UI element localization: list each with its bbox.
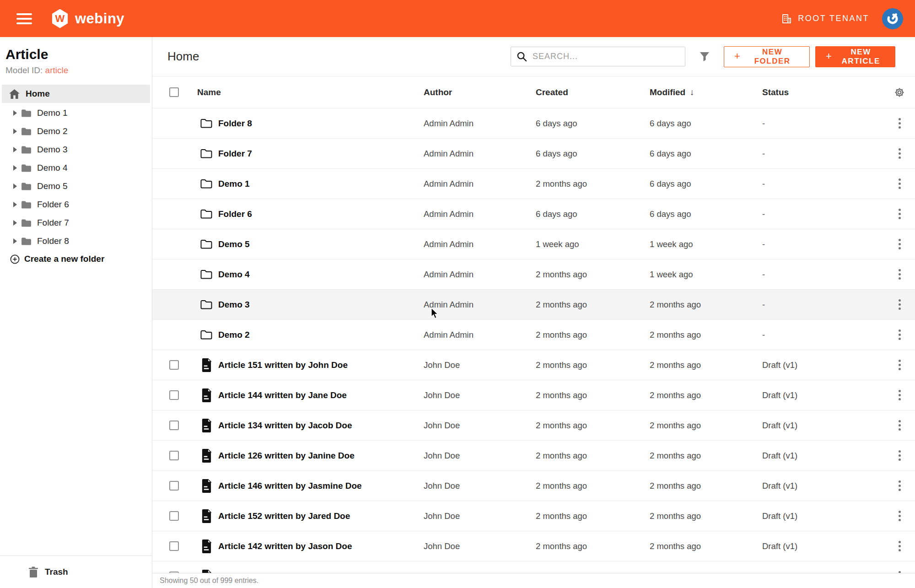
- entry-author: Admin Admin: [424, 330, 536, 340]
- filter-button[interactable]: [699, 51, 710, 62]
- sidebar-tree-item-folder-8[interactable]: Folder 8: [0, 232, 152, 250]
- table-row-folder-6[interactable]: Folder 6 Admin Admin 6 days ago 6 days a…: [152, 199, 915, 229]
- sidebar-tree-item-demo-5[interactable]: Demo 5: [0, 177, 152, 195]
- table-row-article-151-written-by-john-doe[interactable]: Article 151 written by John Doe John Doe…: [152, 350, 915, 380]
- row-menu-kebab-icon[interactable]: [896, 327, 904, 343]
- row-menu-kebab-icon[interactable]: [896, 387, 904, 403]
- new-folder-label: NEW FOLDER: [745, 48, 799, 66]
- table-row-article-146-written-by-jasmine-doe[interactable]: Article 146 written by Jasmine Doe John …: [152, 471, 915, 501]
- sidebar-tree-item-demo-4[interactable]: Demo 4: [0, 159, 152, 177]
- entry-name[interactable]: Article 144 written by Jane Doe: [218, 390, 347, 400]
- entry-name[interactable]: Article 152 written by Jared Doe: [218, 511, 350, 521]
- entry-name[interactable]: Demo 4: [218, 270, 250, 280]
- table-row-folder-8[interactable]: Folder 8 Admin Admin 6 days ago 6 days a…: [152, 108, 915, 139]
- entry-name[interactable]: Demo 1: [218, 179, 250, 189]
- row-menu-kebab-icon[interactable]: [896, 417, 904, 433]
- table-row-article-126-written-by-janine-doe[interactable]: Article 126 written by Janine Doe John D…: [152, 441, 915, 471]
- table-row-demo-5[interactable]: Demo 5 Admin Admin 1 week ago 1 week ago…: [152, 229, 915, 259]
- row-menu-kebab-icon[interactable]: [896, 146, 904, 162]
- folder-outline-icon: [200, 149, 212, 158]
- new-article-button[interactable]: + NEW ARTICLE: [815, 46, 895, 67]
- row-menu-kebab-icon[interactable]: [896, 206, 904, 222]
- table-row-folder-7[interactable]: Folder 7 Admin Admin 6 days ago 6 days a…: [152, 139, 915, 169]
- main-content: Home + NEW FOLDER +: [152, 37, 915, 588]
- chevron-right-icon[interactable]: [13, 238, 17, 244]
- row-checkbox[interactable]: [169, 360, 179, 370]
- column-header-created[interactable]: Created: [536, 87, 650, 97]
- entry-author: Admin Admin: [424, 209, 536, 219]
- chevron-right-icon[interactable]: [13, 183, 17, 189]
- row-menu-kebab-icon[interactable]: [896, 266, 904, 282]
- row-menu-kebab-icon[interactable]: [896, 176, 904, 192]
- entry-name[interactable]: Demo 3: [218, 300, 250, 310]
- sidebar-tree-item-demo-3[interactable]: Demo 3: [0, 140, 152, 159]
- column-header-modified[interactable]: Modified ↓: [650, 87, 762, 97]
- row-menu-kebab-icon[interactable]: [896, 568, 904, 573]
- row-menu-kebab-icon[interactable]: [896, 448, 904, 464]
- sort-desc-icon: ↓: [690, 87, 694, 97]
- row-checkbox[interactable]: [169, 511, 179, 521]
- sidebar-tree-item-demo-1[interactable]: Demo 1: [0, 104, 152, 122]
- search-input[interactable]: [533, 52, 679, 61]
- entry-name[interactable]: Demo 2: [218, 330, 250, 340]
- model-id-value[interactable]: article: [45, 65, 69, 75]
- table-row-article-134-written-by-jacob-doe[interactable]: Article 134 written by Jacob Doe John Do…: [152, 410, 915, 441]
- row-checkbox[interactable]: [169, 481, 179, 491]
- sidebar-tree-item-folder-7[interactable]: Folder 7: [0, 214, 152, 232]
- tenant-selector[interactable]: ROOT TENANT: [781, 13, 869, 24]
- chevron-right-icon[interactable]: [13, 165, 17, 171]
- trash-button[interactable]: Trash: [0, 556, 152, 588]
- row-menu-kebab-icon[interactable]: [896, 115, 904, 131]
- column-header-status[interactable]: Status: [762, 87, 884, 97]
- row-menu-kebab-icon[interactable]: [896, 508, 904, 524]
- chevron-right-icon[interactable]: [13, 220, 17, 226]
- entry-name[interactable]: Article 151 written by John Doe: [218, 360, 348, 370]
- table-row-demo-2[interactable]: Demo 2 Admin Admin 2 months ago 2 months…: [152, 320, 915, 350]
- entry-name[interactable]: Article 142 written by Jason Doe: [218, 541, 352, 551]
- entry-name[interactable]: Demo 5: [218, 239, 250, 249]
- sidebar-item-home[interactable]: Home: [2, 85, 150, 103]
- table-row-article-152-written-by-jared-doe[interactable]: Article 152 written by Jared Doe John Do…: [152, 501, 915, 531]
- column-header-author[interactable]: Author: [424, 87, 536, 97]
- sidebar-tree-item-folder-6[interactable]: Folder 6: [0, 195, 152, 214]
- hamburger-menu-icon[interactable]: [16, 13, 32, 24]
- chevron-right-icon[interactable]: [13, 202, 17, 207]
- entry-name[interactable]: Article 146 written by Jasmine Doe: [218, 481, 362, 491]
- entry-name[interactable]: Folder 6: [218, 209, 252, 219]
- chevron-right-icon[interactable]: [13, 147, 17, 152]
- row-menu-kebab-icon[interactable]: [896, 478, 904, 494]
- entry-created: 2 months ago: [536, 390, 650, 400]
- row-checkbox[interactable]: [169, 451, 179, 460]
- row-menu-kebab-icon[interactable]: [896, 357, 904, 373]
- entry-name[interactable]: Folder 8: [218, 119, 252, 129]
- row-checkbox[interactable]: [169, 541, 179, 551]
- entry-name[interactable]: Article 126 written by Janine Doe: [218, 451, 355, 461]
- select-all-checkbox[interactable]: [169, 87, 179, 97]
- sidebar-tree-item-label: Demo 2: [37, 126, 68, 136]
- entry-author: John Doe: [424, 421, 536, 431]
- sidebar-tree-item-demo-2[interactable]: Demo 2: [0, 122, 152, 140]
- entry-modified: 1 week ago: [650, 270, 762, 280]
- entry-name[interactable]: Folder 7: [218, 149, 252, 159]
- table-row-article-144-written-by-jane-doe[interactable]: Article 144 written by Jane Doe John Doe…: [152, 380, 915, 410]
- chevron-right-icon[interactable]: [13, 110, 17, 116]
- column-header-name[interactable]: Name: [183, 87, 424, 97]
- new-folder-button[interactable]: + NEW FOLDER: [724, 46, 810, 67]
- entry-name[interactable]: Article 134 written by Jacob Doe: [218, 421, 352, 431]
- row-menu-kebab-icon[interactable]: [896, 538, 904, 554]
- document-icon: [201, 419, 212, 432]
- row-checkbox[interactable]: [169, 421, 179, 430]
- create-folder-button[interactable]: Create a new folder: [10, 254, 152, 264]
- user-avatar[interactable]: [882, 8, 903, 29]
- row-checkbox[interactable]: [169, 390, 179, 400]
- table-row-partial[interactable]: [152, 561, 915, 573]
- table-row-demo-4[interactable]: Demo 4 Admin Admin 2 months ago 1 week a…: [152, 259, 915, 290]
- chevron-right-icon[interactable]: [13, 129, 17, 134]
- table-row-article-142-written-by-jason-doe[interactable]: Article 142 written by Jason Doe John Do…: [152, 531, 915, 561]
- status-bar: Showing 50 out of 999 entries.: [152, 573, 915, 588]
- table-row-demo-1[interactable]: Demo 1 Admin Admin 2 months ago 6 days a…: [152, 169, 915, 199]
- row-menu-kebab-icon[interactable]: [896, 297, 904, 313]
- row-menu-kebab-icon[interactable]: [896, 236, 904, 252]
- table-row-demo-3[interactable]: Demo 3 Admin Admin 2 months ago 2 months…: [152, 290, 915, 320]
- gear-icon[interactable]: [893, 86, 905, 98]
